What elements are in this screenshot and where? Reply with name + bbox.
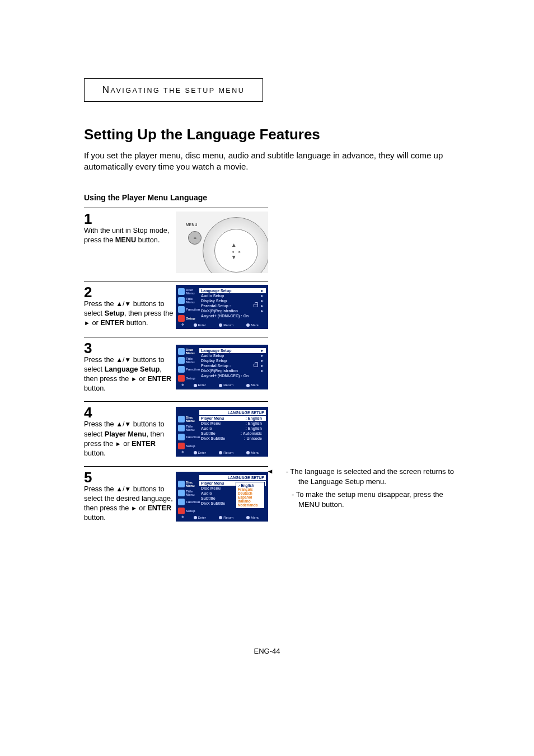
osd-screen-4: LANGUAGE SETUP Disc Menu Title Menu Func… — [176, 407, 268, 457]
step-2-text: 2 Press the / buttons to select Setup, t… — [84, 285, 176, 329]
osd-side-title: Title Menu — [178, 357, 199, 364]
osd-side-title: Title Menu — [178, 297, 199, 304]
up-down-arrows-icon: / — [116, 356, 131, 363]
right-arrow-icon — [84, 320, 90, 326]
osd-side-disc: Disc Menu — [178, 348, 199, 355]
setup-icon — [178, 443, 185, 449]
dropdown-option: Français — [237, 487, 263, 491]
up-down-arrows-icon: / — [116, 421, 131, 428]
nav-cross-icon: ✥ — [178, 450, 187, 454]
osd-screen-5: LANGUAGE SETUP Disc Menu Title Menu Func… — [176, 472, 268, 522]
dropdown-option: Nederlands — [237, 503, 263, 507]
osd-row: Language Setup► — [199, 288, 266, 293]
osd-row: Anynet+ (HDMI-CEC) : On — [199, 373, 266, 378]
osd-side-setup: Setup — [178, 443, 199, 449]
title-icon — [178, 425, 185, 431]
setup-icon — [178, 315, 185, 322]
osd-side-setup: Setup — [178, 375, 199, 382]
right-arrow-icon — [115, 440, 121, 447]
osd-title: LANGUAGE SETUP — [199, 475, 266, 480]
step-2: 2 Press the / buttons to select Setup, t… — [84, 281, 461, 337]
osd-row: DivX(R)Registration► — [199, 368, 266, 373]
function-icon — [178, 434, 185, 440]
osd-row: DivX(R)Registration► — [199, 308, 266, 313]
osd-row: DivX Subtitle: Unicode — [199, 436, 266, 441]
disc-icon — [178, 481, 185, 487]
dropdown-option: ✓ English — [237, 483, 263, 487]
intro-paragraph: If you set the player menu, disc menu, a… — [84, 150, 461, 173]
title-icon — [178, 490, 185, 496]
step-number: 5 — [84, 470, 176, 485]
osd-side-disc: Disc Menu — [178, 288, 199, 295]
osd-side-function: Function — [178, 306, 199, 313]
step-5-text: 5 Press the / buttons to select the desi… — [84, 470, 176, 523]
disc-icon — [178, 416, 185, 422]
sub-heading: Using the Player Menu Language — [84, 193, 461, 202]
osd-side-setup: Setup — [178, 315, 199, 322]
osd-row: Anynet+ (HDMI-CEC) : On — [199, 313, 266, 318]
osd-side-title: Title Menu — [178, 490, 199, 496]
setup-icon — [178, 375, 185, 382]
disc-icon — [178, 288, 185, 295]
osd-side-function: Function — [178, 499, 199, 505]
function-icon — [178, 366, 185, 373]
step-number: 3 — [84, 341, 176, 355]
step-4-text: 4 Press the / buttons to select Player M… — [84, 405, 176, 458]
lock-icon — [254, 304, 258, 307]
nav-cross-icon: ✥ — [178, 383, 187, 387]
step-1-text: 1 With the unit in Stop mode, press the … — [84, 212, 176, 273]
osd-footer: EnterReturnMenu — [187, 516, 266, 519]
osd-screen-3: Disc Menu Title Menu Function Setup Lang… — [176, 345, 268, 389]
osd-side-setup: Setup — [178, 508, 199, 514]
step-number: 4 — [84, 405, 176, 420]
remote-menu-button-icon: ▭ — [188, 231, 202, 245]
page-title: Setting Up the Language Features — [84, 126, 461, 143]
osd-row: Player Menu: English — [199, 416, 266, 421]
right-arrow-icon — [131, 375, 137, 382]
setup-icon — [178, 508, 185, 514]
remote-illustration: ▲◄ ►▼ MENU ▭ — [176, 212, 268, 273]
osd-row: Audio Setup► — [199, 293, 266, 298]
step-number: 1 — [84, 212, 176, 226]
function-icon — [178, 306, 185, 313]
step-1: 1 With the unit in Stop mode, press the … — [84, 208, 461, 281]
page-number: ENG-44 — [0, 647, 534, 655]
up-down-arrows-icon: / — [116, 300, 131, 307]
section-tab-text: NAVIGATING THE SETUP MENU — [102, 84, 245, 96]
osd-side-function: Function — [178, 434, 199, 440]
title-icon — [178, 357, 185, 364]
remote-menu-label: MENU — [186, 223, 198, 227]
lock-icon — [254, 364, 258, 367]
step-5: 5 Press the / buttons to select the desi… — [84, 467, 268, 531]
title-icon — [178, 297, 185, 304]
osd-row: Audio Setup► — [199, 353, 266, 358]
step-number: 2 — [84, 285, 176, 299]
osd-row: Audio: English — [199, 426, 266, 431]
osd-side-disc: Disc Menu — [178, 416, 199, 422]
step-3: 3 Press the / buttons to select Language… — [84, 337, 461, 402]
dropdown-option: Deutsch — [237, 491, 263, 495]
right-arrow-icon — [131, 505, 137, 511]
osd-screen-2: Disc Menu Title Menu Function Setup Lang… — [176, 285, 268, 329]
nav-cross-icon: ✥ — [178, 322, 187, 326]
language-dropdown: ✓ English Français Deutsch Español Itali… — [236, 482, 265, 509]
osd-row: Parental Setup :► — [199, 303, 266, 308]
disc-icon — [178, 348, 185, 355]
osd-row: Parental Setup :► — [199, 363, 266, 368]
function-icon — [178, 499, 185, 505]
result-notes: - The language is selected and the scree… — [284, 467, 461, 531]
osd-side-disc: Disc Menu — [178, 481, 199, 487]
section-tab: NAVIGATING THE SETUP MENU — [84, 78, 263, 102]
dropdown-option: Italiano — [237, 499, 263, 503]
up-down-arrows-icon: / — [116, 486, 131, 492]
osd-footer: EnterReturnMenu — [187, 451, 266, 454]
osd-footer: EnterReturnMenu — [187, 323, 266, 327]
osd-title: LANGUAGE SETUP — [199, 410, 266, 415]
osd-side-title: Title Menu — [178, 425, 199, 431]
osd-row: Language Setup► — [199, 348, 266, 353]
dropdown-option: Español — [237, 495, 263, 499]
step-3-text: 3 Press the / buttons to select Language… — [84, 341, 176, 394]
osd-row: Disc Menu: English — [199, 421, 266, 426]
step-4: 4 Press the / buttons to select Player M… — [84, 402, 461, 466]
nav-cross-icon: ✥ — [178, 515, 187, 519]
